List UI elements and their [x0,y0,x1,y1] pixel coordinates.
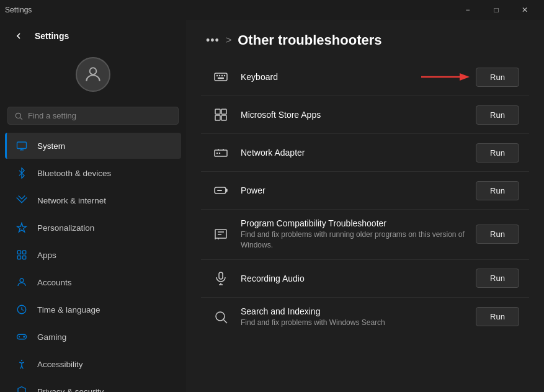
svg-rect-27 [215,115,220,120]
back-button[interactable] [10,27,27,45]
system-icon [15,139,29,153]
troubleshooter-item-program-compat: Program Compatibility Troubleshooter Fin… [201,210,529,260]
run-button-microsoft-store[interactable]: Run [476,105,519,125]
svg-rect-25 [215,109,220,114]
search-input[interactable] [28,111,172,120]
svg-rect-9 [23,256,26,259]
red-arrow [421,70,471,84]
svg-point-0 [90,68,97,74]
sidebar-label-personalization: Personalization [37,223,94,233]
svg-point-45 [216,312,225,321]
sidebar-label-gaming: Gaming [37,332,66,342]
svg-point-10 [20,278,24,282]
run-button-recording-audio[interactable]: Run [476,269,519,288]
content-header: ••• > Other troubleshooters [186,20,544,58]
sidebar-label-accounts: Accounts [37,278,72,287]
sidebar-label-time: Time & language [37,305,100,314]
personalization-icon [15,221,29,234]
run-button-search-indexing[interactable]: Run [476,307,519,326]
accounts-icon [15,275,29,289]
breadcrumb-dots[interactable]: ••• [206,34,220,47]
svg-rect-3 [17,142,27,149]
run-button-program-compat[interactable]: Run [476,225,519,244]
recording-audio-text: Recording Audio [241,274,466,283]
maximize-button[interactable]: □ [482,0,511,20]
sidebar-item-accessibility[interactable]: Accessibility [5,351,181,377]
apps-icon [15,248,29,262]
network-adapter-text: Network Adapter [241,148,466,158]
sidebar-item-apps[interactable]: Apps [5,242,181,268]
sidebar-item-network[interactable]: Network & internet [5,187,181,213]
troubleshooter-item-recording-audio: Recording Audio Run [201,260,529,298]
svg-rect-12 [17,334,27,339]
sidebar-item-privacy[interactable]: Privacy & security [5,378,181,392]
sidebar-item-time[interactable]: Time & language [5,296,181,323]
titlebar: Settings − □ ✕ [0,0,544,20]
sidebar-item-personalization[interactable]: Personalization [5,215,181,241]
search-icon [14,112,23,120]
svg-rect-7 [23,251,26,254]
avatar [76,57,110,92]
network-icon [15,194,29,207]
run-button-power[interactable]: Run [476,181,519,200]
accessibility-icon [15,357,29,371]
breadcrumb-separator: > [226,35,231,46]
microsoft-store-icon [211,105,231,125]
program-compat-icon [211,225,231,244]
sidebar-label-privacy: Privacy & security [37,387,104,393]
search-indexing-icon [211,307,231,327]
sidebar-item-system[interactable]: System [5,133,181,159]
power-text: Power [241,185,466,195]
main-layout: Settings [0,20,544,392]
search-indexing-desc: Find and fix problems with Windows Searc… [241,318,466,328]
app-title: Settings [35,31,69,41]
svg-point-16 [21,360,22,361]
bluetooth-icon [15,166,29,180]
sidebar-label-accessibility: Accessibility [37,360,83,369]
titlebar-title: Settings [5,6,32,14]
gaming-icon [15,330,29,344]
sidebar-item-accounts[interactable]: Accounts [5,269,181,295]
network-adapter-name: Network Adapter [241,148,466,158]
svg-line-46 [224,319,228,323]
run-button-keyboard[interactable]: Run [476,68,519,87]
recording-audio-icon [211,269,231,288]
svg-rect-28 [221,115,226,120]
sidebar-item-bluetooth[interactable]: Bluetooth & devices [5,160,181,186]
search-indexing-name: Search and Indexing [241,306,466,316]
troubleshooter-item-keyboard: Keyboard Run [201,58,529,96]
sidebar-header: Settings [0,20,186,52]
troubleshooter-item-power: Power Run [201,172,529,210]
microsoft-store-text: Microsoft Store Apps [241,110,466,120]
svg-rect-37 [215,229,226,238]
microsoft-store-name: Microsoft Store Apps [241,110,466,120]
sidebar-label-system: System [37,141,65,151]
svg-rect-26 [221,109,226,114]
arrow-wrapper: Run [421,68,519,87]
run-button-network-adapter[interactable]: Run [476,143,519,163]
user-profile [0,52,186,102]
close-button[interactable]: ✕ [511,0,539,20]
content-area: ••• > Other troubleshooters [186,20,544,392]
sidebar: Settings [0,20,186,392]
sidebar-label-network: Network & internet [37,196,106,205]
svg-point-15 [24,336,25,337]
troubleshooter-item-microsoft-store: Microsoft Store Apps Run [201,96,529,134]
network-adapter-icon [211,143,231,163]
keyboard-text: Keyboard [241,72,411,82]
privacy-icon [15,385,29,392]
search-box[interactable] [7,107,179,125]
sidebar-label-bluetooth: Bluetooth & devices [37,169,111,178]
titlebar-controls: − □ ✕ [453,0,539,20]
svg-rect-42 [219,272,223,279]
program-compat-name: Program Compatibility Troubleshooter [241,218,466,228]
troubleshooter-list: Keyboard Run [201,58,529,336]
sidebar-label-apps: Apps [37,251,56,260]
sidebar-item-gaming[interactable]: Gaming [5,324,181,350]
power-name: Power [241,185,466,195]
keyboard-icon [211,67,231,87]
page-title: Other troubleshooters [238,32,381,48]
titlebar-left: Settings [5,6,32,14]
minimize-button[interactable]: − [453,0,482,20]
svg-rect-8 [17,256,20,259]
